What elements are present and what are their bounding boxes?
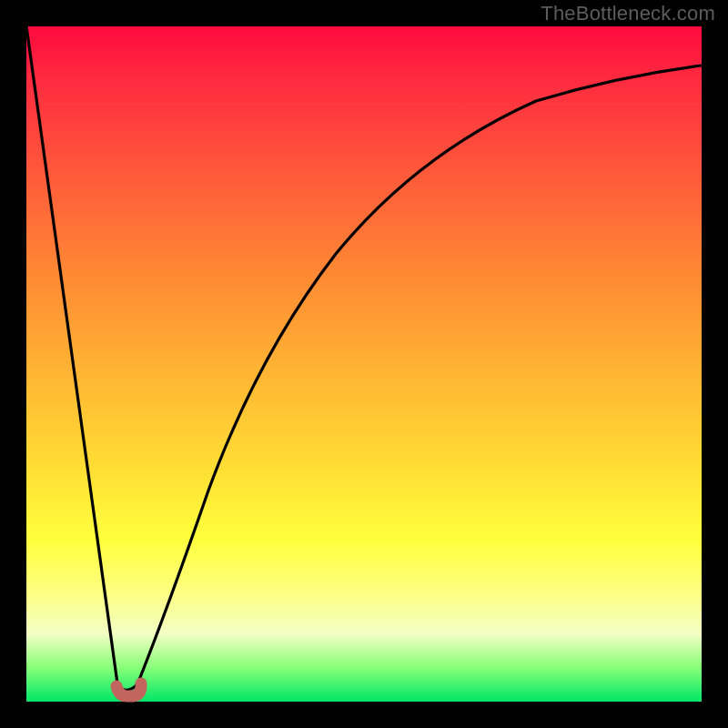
chart-svg: [26, 26, 702, 702]
chart-frame: TheBottleneck.com: [0, 0, 728, 728]
watermark-label: TheBottleneck.com: [541, 2, 715, 25]
bottleneck-curve: [26, 26, 702, 690]
plot-area: [26, 26, 702, 702]
